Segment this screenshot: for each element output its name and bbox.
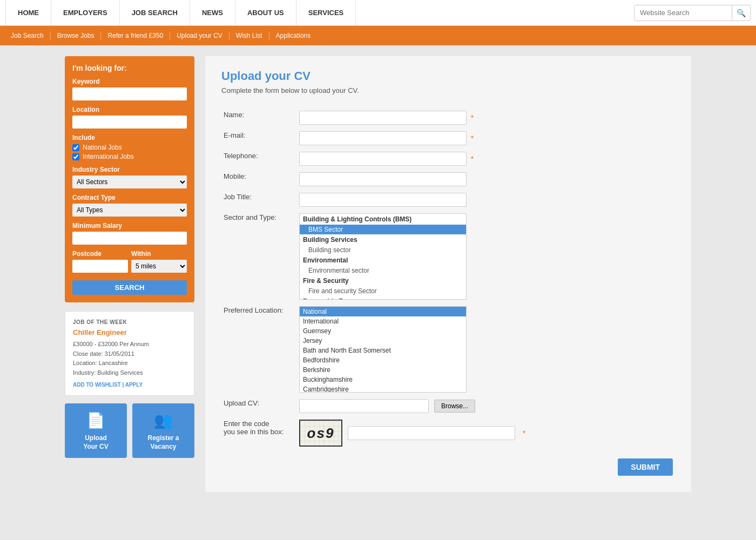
location-listbox[interactable]: National International Guernsey Jersey B… <box>299 306 467 393</box>
location-cambridgeshire[interactable]: Cambridgeshire <box>300 384 466 393</box>
checkbox-group: National Jobs International Jobs <box>72 144 187 160</box>
submit-row: SUBMIT <box>221 450 675 479</box>
keyword-input[interactable] <box>72 87 187 100</box>
name-required: * <box>471 113 474 122</box>
postcode-within-row: Postcode Within 5 miles <box>72 245 187 273</box>
sector-item-building-sector[interactable]: Building sector <box>300 245 466 255</box>
location-bedfordshire[interactable]: Bedfordshire <box>300 355 466 365</box>
page-subtitle: Complete the form below to upload your C… <box>221 86 675 94</box>
location-national[interactable]: National <box>300 307 466 316</box>
location-bath[interactable]: Bath and North East Somerset <box>300 346 466 355</box>
subnav-applications[interactable]: Applications <box>269 32 318 39</box>
captcha-label: Enter the codeyou see in this box: <box>221 416 297 450</box>
submit-button[interactable]: SUBMIT <box>618 458 673 476</box>
jow-label: JOB OF THE WEEK <box>73 319 186 325</box>
email-input-cell: * <box>297 128 675 148</box>
submit-label-empty <box>221 450 297 479</box>
sub-navigation: Job Search Browse Jobs Refer a friend £3… <box>0 26 756 45</box>
job-salary: £30000 - £32000 Per Annum <box>73 340 186 349</box>
industry-sector-label: Industry Sector <box>72 166 187 173</box>
subnav-refer-friend[interactable]: Refer a friend £350 <box>101 32 170 39</box>
captcha-input[interactable] <box>348 426 515 440</box>
subnav-wish-list[interactable]: Wish List <box>230 32 269 39</box>
minimum-salary-input[interactable] <box>72 232 187 245</box>
telephone-input-cell: * <box>297 148 675 169</box>
register-vacancy-button[interactable]: 👥 Register aVacancy <box>132 403 194 458</box>
mobile-input[interactable] <box>299 172 467 186</box>
sector-group-environmental: Environmental <box>300 255 466 266</box>
job-title-link[interactable]: Chiller Engineer <box>73 328 186 336</box>
keyword-label: Keyword <box>72 78 187 85</box>
location-buckinghamshire[interactable]: Buckinghamshire <box>300 375 466 384</box>
international-jobs-label: International Jobs <box>83 153 134 160</box>
search-button[interactable]: SEARCH <box>72 280 187 295</box>
website-search-button[interactable]: 🔍 <box>732 5 750 21</box>
job-location: Location: Lancashire <box>73 359 186 368</box>
contract-type-select[interactable]: All Types <box>72 204 187 217</box>
name-input-cell: * <box>297 107 675 128</box>
job-title-input[interactable] <box>299 193 467 207</box>
mobile-input-cell <box>297 169 675 190</box>
job-title-row: Job Title: <box>221 190 675 210</box>
job-of-week: JOB OF THE WEEK Chiller Engineer £30000 … <box>65 311 194 396</box>
location-guernsey[interactable]: Guernsey <box>300 326 466 336</box>
register-vacancy-icon: 👥 <box>137 410 190 431</box>
upload-cv-form: Name: * E-mail: * Telephone: * <box>221 107 675 479</box>
website-search-input[interactable] <box>634 9 732 17</box>
email-input[interactable] <box>299 131 467 145</box>
location-international[interactable]: International <box>300 316 466 326</box>
captcha-row: Enter the codeyou see in this box: os9 * <box>221 416 675 450</box>
sidebar: I'm looking for: Keyword Location Includ… <box>65 56 194 492</box>
sector-group-fire: Fire & Security <box>300 275 466 286</box>
upload-cv-file-input[interactable] <box>299 399 429 413</box>
within-select[interactable]: 5 miles <box>131 260 187 273</box>
nav-news[interactable]: NEWS <box>190 0 235 25</box>
location-row: Preferred Location: National Internation… <box>221 303 675 396</box>
location-input[interactable] <box>72 116 187 129</box>
telephone-row: Telephone: * <box>221 148 675 169</box>
job-actions: ADD TO WISHLIST | APPLY <box>73 382 186 388</box>
location-jersey[interactable]: Jersey <box>300 336 466 346</box>
sector-label: Sector and Type: <box>221 210 297 303</box>
telephone-input[interactable] <box>299 152 467 166</box>
location-berkshire[interactable]: Berkshire <box>300 365 466 375</box>
add-to-wishlist-link[interactable]: ADD TO WISHLIST <box>73 382 121 388</box>
subnav-job-search[interactable]: Job Search <box>11 32 51 39</box>
national-jobs-checkbox[interactable] <box>72 144 79 151</box>
sector-row: Sector and Type: Building & Lighting Con… <box>221 210 675 303</box>
upload-cv-button[interactable]: 📄 UploadYour CV <box>65 403 127 458</box>
within-label: Within <box>131 250 187 258</box>
upload-cv-row: Upload CV: Browse... <box>221 396 675 416</box>
minimum-salary-label: Minimum Salary <box>72 222 187 230</box>
sector-listbox[interactable]: Building & Lighting Controls (BMS) BMS S… <box>299 213 467 300</box>
subnav-upload-cv[interactable]: Upload your CV <box>170 32 230 39</box>
job-details: £30000 - £32000 Per Annum Close date: 31… <box>73 340 186 377</box>
name-input[interactable] <box>299 111 467 125</box>
submit-cell: SUBMIT <box>297 450 675 479</box>
apply-link[interactable]: APPLY <box>125 382 143 388</box>
nav-home[interactable]: HOME <box>5 0 51 25</box>
contract-type-label: Contract Type <box>72 194 187 201</box>
international-jobs-checkbox[interactable] <box>72 153 79 160</box>
subnav-browse-jobs[interactable]: Browse Jobs <box>51 32 102 39</box>
nav-employers[interactable]: EMPLOYERS <box>51 0 120 25</box>
sector-item-bms-sector[interactable]: BMS Sector <box>300 225 466 234</box>
within-field: Within 5 miles <box>131 245 187 273</box>
nav-about-us[interactable]: ABOUT US <box>235 0 296 25</box>
sector-item-environmental-sector[interactable]: Environmental sector <box>300 266 466 275</box>
sector-group-building: Building Services <box>300 234 466 245</box>
nav-services[interactable]: SERVICES <box>296 0 356 25</box>
browse-button[interactable]: Browse... <box>434 400 475 413</box>
top-navigation: HOME EMPLOYERS JOB SEARCH NEWS ABOUT US … <box>0 0 756 26</box>
mobile-row: Mobile: <box>221 169 675 190</box>
sidebar-buttons: 📄 UploadYour CV 👥 Register aVacancy <box>65 403 194 458</box>
page-title: Upload your CV <box>221 69 675 83</box>
nav-job-search[interactable]: JOB SEARCH <box>120 0 190 25</box>
sector-item-fire-sector[interactable]: Fire and security Sector <box>300 286 466 296</box>
upload-cv-icon: 📄 <box>69 410 123 431</box>
industry-sector-select[interactable]: All Sectors <box>72 176 187 188</box>
postcode-input[interactable] <box>72 260 128 273</box>
national-jobs-checkbox-item: National Jobs <box>72 144 187 151</box>
sector-group-renewable: Renewable Energy <box>300 296 466 300</box>
telephone-required: * <box>471 154 474 163</box>
